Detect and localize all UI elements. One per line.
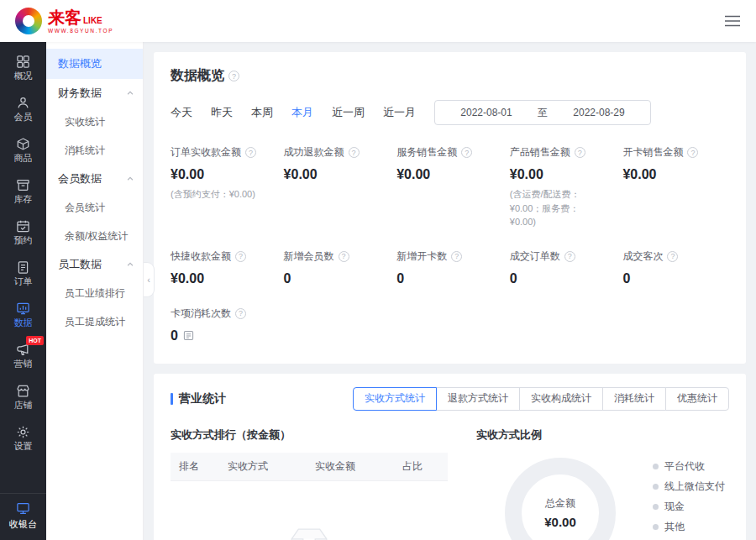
legend-item[interactable]: 现金 xyxy=(653,500,729,514)
help-icon[interactable] xyxy=(451,251,462,262)
stat-label: 开卡销售金额 xyxy=(622,145,683,160)
date-from-value: 2022-08-01 xyxy=(460,107,512,118)
chart-legend: 平台代收 线上微信支付 现金 其他 微信（记账） 支付宝（记账） POS机（记账… xyxy=(653,459,729,540)
sidebar-item-overview[interactable]: 概况 xyxy=(0,47,46,88)
donut-chart: 总金额 ¥0.00 xyxy=(505,458,616,540)
help-icon[interactable] xyxy=(349,147,360,158)
legend-item[interactable]: 平台代收 xyxy=(653,459,729,474)
legend-dot xyxy=(653,464,659,469)
sidebar-item-label: 营销 xyxy=(14,359,33,369)
sidebar-item-members[interactable]: 会员 xyxy=(0,88,46,129)
goods-icon xyxy=(16,137,30,151)
ranking-table: 排名 实收方式 实收金额 占比 xyxy=(171,453,448,481)
help-icon[interactable] xyxy=(667,251,678,262)
sidebar-item-label: 商品 xyxy=(14,154,33,163)
sidebar-item-marketing[interactable]: HOT 营销 xyxy=(0,335,46,376)
hot-badge: HOT xyxy=(26,336,44,345)
inventory-icon xyxy=(16,178,30,192)
legend-label: 平台代收 xyxy=(664,459,705,474)
menu-toggle-icon[interactable] xyxy=(724,14,741,28)
help-icon[interactable] xyxy=(235,308,246,319)
submenu-item-label: 员工提成统计 xyxy=(65,315,125,329)
submenu-item-label: 消耗统计 xyxy=(65,144,105,158)
stat-value: 0 xyxy=(171,328,178,343)
stat-value: 0 xyxy=(284,271,391,286)
date-tab-yesterday[interactable]: 昨天 xyxy=(211,105,233,120)
legend-dot xyxy=(653,524,659,530)
submenu-item-data-overview[interactable]: 数据概览 xyxy=(46,49,143,79)
submenu-item-member-stats[interactable]: 会员统计 xyxy=(46,193,143,222)
help-icon[interactable] xyxy=(461,147,472,158)
proportion-title: 实收方式比例 xyxy=(476,427,729,443)
stat-label: 订单实收款金额 xyxy=(171,145,241,160)
settings-icon xyxy=(16,425,30,439)
sidebar-item-label: 设置 xyxy=(14,442,33,451)
sidebar-item-cashier[interactable]: 收银台 xyxy=(0,493,46,540)
page-title: 数据概览 xyxy=(171,67,224,85)
submenu-group-label: 会员数据 xyxy=(58,171,102,186)
submenu-item-consume-stats[interactable]: 消耗统计 xyxy=(46,136,143,165)
tab-discount[interactable]: 优惠统计 xyxy=(665,387,729,411)
stat-label: 新增会员数 xyxy=(284,249,334,264)
help-icon[interactable] xyxy=(245,147,256,158)
sidebar-item-orders[interactable]: 订单 xyxy=(0,253,46,294)
help-icon[interactable] xyxy=(339,251,349,262)
legend-label: 其他 xyxy=(664,520,685,534)
data-icon xyxy=(16,301,30,316)
legend-label: 线上微信支付 xyxy=(664,480,725,494)
tab-consume[interactable]: 消耗统计 xyxy=(602,387,666,411)
title-accent-bar xyxy=(171,393,173,405)
submenu-group-finance[interactable]: 财务数据 xyxy=(46,79,143,107)
date-tab-last-week[interactable]: 近一周 xyxy=(332,105,365,120)
legend-label: 现金 xyxy=(664,500,685,514)
submenu-item-received-stats[interactable]: 实收统计 xyxy=(46,107,143,136)
submenu-item-staff-commission[interactable]: 员工提成统计 xyxy=(46,307,143,336)
date-tab-today[interactable]: 今天 xyxy=(171,105,192,120)
app-logo: 来客 LIKE WWW.8GYUN.TOP xyxy=(15,8,113,34)
logo-main-text: 来客 xyxy=(48,9,81,26)
shop-icon xyxy=(16,384,30,398)
stat-value: 0 xyxy=(510,271,617,286)
tab-refund-method[interactable]: 退款方式统计 xyxy=(436,387,520,411)
stat-order-received: 订单实收款金额 ¥0.00 (含预约支付：¥0.00) xyxy=(171,145,277,229)
submenu-group-members[interactable]: 会员数据 xyxy=(46,165,143,193)
legend-item[interactable]: 线上微信支付 xyxy=(653,480,729,494)
column-header: 实收方式 xyxy=(219,453,307,481)
stat-label: 新增开卡数 xyxy=(396,249,447,264)
app-body: 概况 会员 商品 库存 预约 xyxy=(0,42,756,540)
help-icon[interactable] xyxy=(687,147,698,158)
sidebar-item-products[interactable]: 商品 xyxy=(0,129,46,170)
logo-caption: WWW.8GYUN.TOP xyxy=(48,28,113,34)
submenu-group-staff[interactable]: 员工数据 xyxy=(46,250,143,279)
stat-label: 卡项消耗次数 xyxy=(171,307,231,321)
help-icon[interactable] xyxy=(228,71,239,81)
sidebar-item-data[interactable]: 数据 xyxy=(0,294,46,335)
date-tab-this-week[interactable]: 本周 xyxy=(251,105,273,120)
stats-tab-group: 实收方式统计 退款方式统计 实收构成统计 消耗统计 优惠统计 xyxy=(353,387,729,411)
submenu-item-balance-stats[interactable]: 余额/权益统计 xyxy=(46,222,143,250)
records-icon[interactable] xyxy=(183,330,194,341)
sidebar-item-shop[interactable]: 店铺 xyxy=(0,376,46,417)
sidebar-item-inventory[interactable]: 库存 xyxy=(0,170,46,212)
sidebar-item-label: 概况 xyxy=(14,71,33,81)
help-icon[interactable] xyxy=(235,251,246,262)
stat-note xyxy=(284,187,391,188)
sidebar-item-settings[interactable]: 设置 xyxy=(0,417,46,459)
sidebar-collapse-handle[interactable] xyxy=(144,262,155,297)
help-icon[interactable] xyxy=(575,147,585,158)
received-proportion-panel: 实收方式比例 总金额 ¥0.00 平台代收 线上微信支付 现金 其他 微信（记账… xyxy=(476,427,729,540)
tab-received-composition[interactable]: 实收构成统计 xyxy=(519,387,603,411)
column-header: 排名 xyxy=(171,453,219,481)
tab-received-method[interactable]: 实收方式统计 xyxy=(353,387,437,411)
date-tab-last-month[interactable]: 近一月 xyxy=(383,105,416,120)
date-tab-this-month[interactable]: 本月 xyxy=(291,105,313,120)
stat-label: 成功退款金额 xyxy=(284,145,344,160)
date-filter-row: 今天 昨天 本周 本月 近一周 近一月 2022-08-01 至 2022-08… xyxy=(171,100,729,125)
sidebar-item-appointments[interactable]: 预约 xyxy=(0,212,46,253)
order-icon xyxy=(16,260,30,275)
date-range-picker[interactable]: 2022-08-01 至 2022-08-29 xyxy=(434,100,651,125)
stat-deal-orders: 成交订单数 0 xyxy=(510,249,617,286)
submenu-item-staff-ranking[interactable]: 员工业绩排行 xyxy=(46,279,143,307)
legend-item[interactable]: 其他 xyxy=(653,520,729,534)
help-icon[interactable] xyxy=(564,251,575,262)
